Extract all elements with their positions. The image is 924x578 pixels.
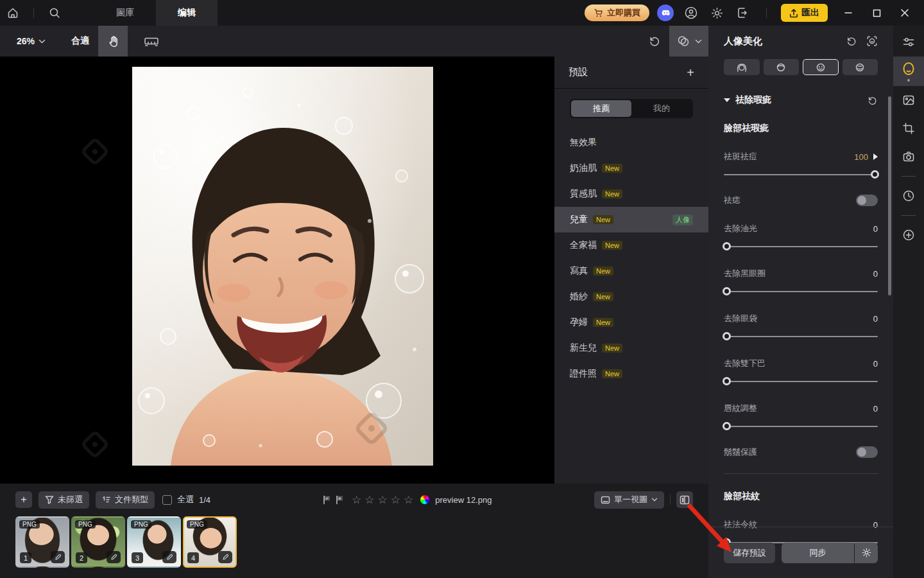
crop-tool-button[interactable] <box>893 114 924 143</box>
star-rating-4[interactable]: ☆ <box>391 493 400 507</box>
star-rating-1[interactable]: ☆ <box>352 493 361 507</box>
fit-label: 合適 <box>71 35 89 46</box>
sync-button[interactable]: 同步 <box>782 543 854 563</box>
maximize-icon <box>873 9 881 17</box>
adjustments-tool-button[interactable] <box>893 28 924 57</box>
star-rating-3[interactable]: ☆ <box>378 493 388 507</box>
settings-button[interactable] <box>707 3 726 22</box>
sort-button[interactable]: 文件類型 <box>96 491 155 509</box>
straighten-tool-button[interactable] <box>137 26 166 57</box>
slider-knob[interactable] <box>723 332 731 340</box>
slider-eye-bags[interactable] <box>724 332 878 341</box>
preset-item-photoshoot[interactable]: 寫真 New <box>554 258 708 284</box>
section-remove-blemish[interactable]: 祛除瑕疵 <box>724 94 878 106</box>
export-button[interactable]: 匯出 <box>781 4 828 22</box>
preset-item-texture-skin[interactable]: 質感肌 New <box>554 181 708 207</box>
color-label-icon[interactable] <box>420 495 429 504</box>
undo-button[interactable] <box>640 26 669 57</box>
slider-lip-lines[interactable] <box>724 422 878 431</box>
portrait-beautify-tool-button[interactable] <box>893 57 924 86</box>
slider-knob[interactable] <box>723 287 731 295</box>
preset-item-maternity[interactable]: 孕婦 New <box>554 310 708 335</box>
flag-reject-icon[interactable] <box>335 495 345 505</box>
thumbnail-2[interactable]: PNG 2 <box>71 516 125 568</box>
zoom-dropdown[interactable]: 26% <box>17 36 46 46</box>
slider-knob[interactable] <box>723 242 731 250</box>
star-rating-2[interactable]: ☆ <box>364 493 374 507</box>
slider-knob[interactable] <box>871 170 879 179</box>
reset-icon[interactable] <box>846 35 857 47</box>
beautify-title: 人像美化 <box>724 35 762 48</box>
slider-label: 去除黑眼圈 <box>724 268 766 279</box>
flag-pick-icon[interactable] <box>322 495 332 505</box>
tab-mine[interactable]: 我的 <box>631 100 692 117</box>
pencil-icon <box>166 554 173 561</box>
home-icon <box>6 6 19 19</box>
mole-removal-toggle[interactable] <box>856 195 878 206</box>
background-tool-button[interactable] <box>893 86 924 114</box>
thumbnail-4[interactable]: PNG 4 <box>183 516 237 568</box>
plus-icon: + <box>21 494 26 505</box>
hand-tool-button[interactable] <box>98 26 128 57</box>
filter-button[interactable]: 未篩選 <box>38 491 89 509</box>
close-button[interactable] <box>891 0 919 26</box>
canvas[interactable] <box>0 57 554 484</box>
exit-button[interactable] <box>733 3 752 22</box>
face-type-woman-button[interactable] <box>724 59 760 75</box>
minimize-button[interactable] <box>834 0 862 26</box>
preset-item-child[interactable]: 兒童 New 人像 <box>554 207 708 232</box>
slider-dark-circles[interactable] <box>724 287 878 296</box>
face-type-man-button[interactable] <box>764 59 800 75</box>
edit-pencil-button[interactable] <box>162 551 176 563</box>
thumbnail-1[interactable]: PNG 1 <box>15 516 69 568</box>
add-photo-button[interactable]: + <box>15 491 32 508</box>
compare-view-button[interactable] <box>669 26 708 57</box>
buy-now-button[interactable]: 立即購買 <box>585 4 649 21</box>
preset-item-none[interactable]: 無效果 <box>554 130 708 155</box>
save-preset-button[interactable]: 儲存預設 <box>724 543 775 563</box>
slider-spot-acne[interactable] <box>724 170 878 179</box>
history-tool-button[interactable] <box>893 182 924 210</box>
preset-item-id-photo[interactable]: 證件照 New <box>554 361 708 387</box>
edit-pencil-button[interactable] <box>218 551 232 563</box>
slider-oil[interactable] <box>724 242 878 251</box>
thumbnail-3[interactable]: PNG 3 <box>127 516 181 568</box>
home-button[interactable] <box>0 0 26 26</box>
select-all-control[interactable]: 全選 1/4 <box>162 494 210 505</box>
slider-knob[interactable] <box>723 377 731 385</box>
beautify-scroll-area[interactable]: 祛除瑕疵 臉部祛瑕疵 祛斑祛痘 100 祛痣 去除油光 0 <box>708 75 893 547</box>
view-mode-dropdown[interactable]: 單一視圖 <box>594 491 664 509</box>
maximize-button[interactable] <box>862 0 891 26</box>
beard-protect-toggle[interactable] <box>856 446 878 458</box>
select-all-checkbox[interactable] <box>162 495 172 505</box>
preset-item-newborn[interactable]: 新生兒 New <box>554 335 708 361</box>
split-view-button[interactable] <box>676 491 693 508</box>
edit-pencil-button[interactable] <box>107 551 121 563</box>
camera-tool-button[interactable] <box>893 143 924 171</box>
preset-item-cream-skin[interactable]: 奶油肌 New <box>554 155 708 181</box>
slider-knob[interactable] <box>723 422 731 430</box>
fit-button[interactable]: 合適 <box>71 35 89 47</box>
star-rating-5[interactable]: ☆ <box>404 493 413 507</box>
tab-recommended[interactable]: 推薦 <box>571 100 631 117</box>
add-tool-button[interactable] <box>893 221 924 249</box>
search-button[interactable] <box>42 0 67 26</box>
thumbnail-number: 2 <box>76 552 87 563</box>
sync-settings-button[interactable] <box>855 543 878 563</box>
face-type-elder-button[interactable] <box>843 59 878 75</box>
preset-item-wedding[interactable]: 婚紗 New <box>554 284 708 310</box>
face-type-child-button[interactable] <box>803 59 839 75</box>
section-reset-icon[interactable] <box>867 95 878 106</box>
preset-item-family[interactable]: 全家福 New <box>554 232 708 258</box>
edit-pencil-button[interactable] <box>51 551 65 563</box>
face-detect-icon[interactable] <box>866 35 878 47</box>
panel-scrollbar[interactable] <box>888 96 891 295</box>
tab-recommended-label: 推薦 <box>593 103 610 114</box>
expand-arrow-icon[interactable] <box>873 153 878 160</box>
tab-edit[interactable]: 编辑 <box>156 0 218 26</box>
slider-double-chin[interactable] <box>724 377 878 386</box>
add-preset-button[interactable]: + <box>687 66 694 79</box>
account-button[interactable] <box>681 3 701 22</box>
discord-button[interactable] <box>656 3 675 22</box>
tab-gallery[interactable]: 圖庫 <box>94 0 156 26</box>
